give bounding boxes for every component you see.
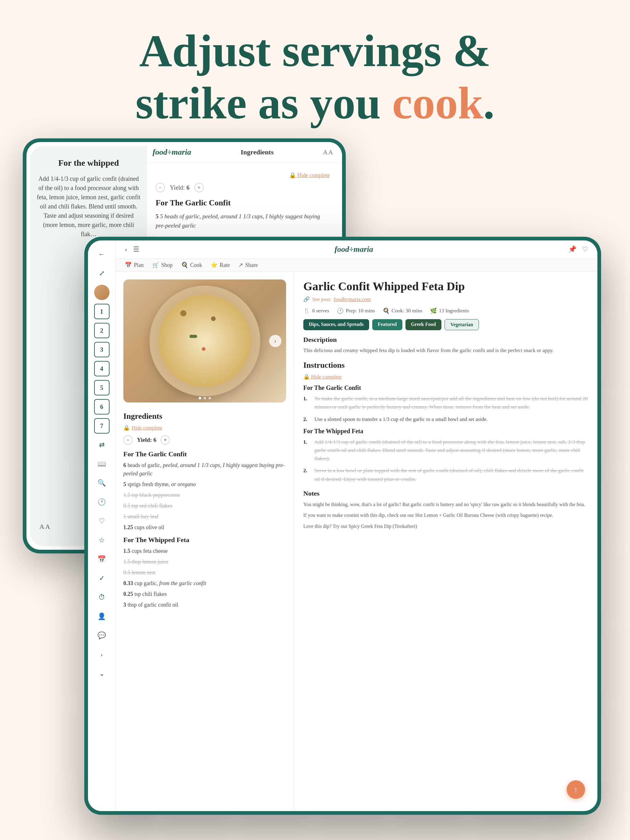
instr-step-2[interactable]: 2. Use a slotted spoon to transfer a 1/3… (303, 415, 588, 423)
hide-complete-icon: 🔒 (123, 425, 130, 431)
top-nav-right: 📌 ♡ (568, 245, 588, 253)
ingr-item-10[interactable]: 0.33 cup garlic, from the garlic confit (123, 579, 286, 587)
sidebar-heart-icon[interactable]: ♡ (94, 513, 109, 529)
sidebar-number-1[interactable]: 1 (94, 304, 109, 319)
sidebar-book-icon[interactable]: 📖 (94, 456, 109, 472)
yield-increase-btn[interactable]: + (161, 435, 170, 445)
ingr-item-4[interactable]: 0.5 tsp red chili flakes (123, 502, 286, 510)
source-link[interactable]: foodbymaria.com (334, 297, 371, 303)
back-tablet-yield-row: − Yield: 6 + (156, 183, 330, 192)
hero-highlight: cook (392, 78, 483, 128)
image-dot-1 (199, 397, 201, 399)
meta-cook: 🍳 Cook: 30 mins (383, 308, 423, 314)
nav-back-button[interactable]: ‹ (125, 245, 127, 253)
back-tablet-font-size: A A (323, 149, 333, 156)
ingr-section-feta-title: For The Whipped Feta (123, 536, 286, 544)
tab-shop[interactable]: 🛒 Shop (152, 262, 173, 268)
cook-time-icon: 🍳 (383, 308, 389, 314)
recipe-content: › Ingredients 🔒 H (116, 272, 597, 811)
hide-complete-link[interactable]: 🔒 Hide complete (123, 425, 286, 431)
back-tablet-yield-decrease[interactable]: − (156, 183, 165, 192)
leaf-icon: 🌿 (430, 308, 437, 314)
sidebar-number-4[interactable]: 4 (94, 361, 109, 376)
sidebar-chat-icon[interactable]: 💬 (94, 628, 109, 643)
tag-vegetarian[interactable]: Vegetarian (445, 319, 479, 330)
meta-prep: 🕐 Prep: 10 mins (337, 308, 375, 314)
hide-complete-label: Hide complete (131, 425, 162, 431)
cook-icon: 🍳 (181, 262, 188, 268)
ingr-item-3[interactable]: 1.5 tsp black peppercorns (123, 491, 286, 499)
sidebar-number-5[interactable]: 5 (94, 380, 109, 395)
instr-step-3[interactable]: 1. Add 1/4-1/3 cup of garlic confit (dra… (303, 438, 588, 463)
ingr-item-7[interactable]: 1.5 cups feta cheese (123, 547, 286, 555)
image-dot-2 (204, 397, 206, 399)
sidebar-expand-btn[interactable]: ⤢ (94, 266, 109, 281)
sidebar-number-7[interactable]: 7 (94, 418, 109, 434)
sidebar-expand-down-icon[interactable]: › (94, 647, 109, 662)
ingredients-header: Ingredients (123, 412, 286, 421)
step-num-1: 1. (303, 395, 311, 411)
ingr-item-11[interactable]: 0.25 tsp chili flakes (123, 590, 286, 598)
yield-label-text: Yield: (137, 437, 152, 443)
nav-pin-icon[interactable]: 📌 (568, 245, 576, 253)
top-nav-logo: food÷maria (334, 245, 373, 254)
ingr-item-6[interactable]: 1.25 cups olive oil (123, 523, 286, 532)
ingr-item-12[interactable]: 3 tbsp of garlic confit oil (123, 601, 286, 609)
nav-heart-icon[interactable]: ♡ (582, 245, 588, 253)
sidebar-back-btn[interactable]: ← (94, 246, 109, 262)
sidebar-star-icon[interactable]: ☆ (94, 532, 109, 548)
tag-dips[interactable]: Dips, Sauces, and Spreads (303, 319, 369, 330)
shop-icon: 🛒 (152, 262, 159, 268)
tab-rate[interactable]: ⭐ Rate (211, 262, 230, 268)
back-tablet-step-title: For the whipped (58, 158, 119, 168)
ingredients-section: Ingredients 🔒 Hide complete − Yield: 6 (123, 409, 286, 615)
tag-featured[interactable]: Featured (372, 319, 402, 330)
back-tablet-yield-increase[interactable]: + (195, 183, 204, 192)
tab-plan[interactable]: 📅 Plan (125, 262, 144, 268)
fab-button[interactable]: ↑ (567, 780, 585, 799)
ingr-item-8[interactable]: 1.5 tbsp lemon juice (123, 558, 286, 566)
ingr-item-9[interactable]: 0.5 lemon zest (123, 568, 286, 577)
back-tablet-ingredient-text: 5 heads of garlic, peeled, around 1 1/3 … (156, 213, 320, 229)
hero-line2: strike as you (135, 78, 392, 128)
tab-share[interactable]: ↗ Share (238, 262, 258, 268)
instr-step-1[interactable]: 1. To make the garlic confit, to a mediu… (303, 395, 588, 411)
ingr-item-1[interactable]: 6 heads of garlic, peeled, around 1 1/3 … (123, 461, 286, 478)
sidebar-number-3[interactable]: 3 (94, 342, 109, 357)
sidebar-number-2[interactable]: 2 (94, 323, 109, 338)
back-tablet-hide-complete[interactable]: 🔒 Hide complete (289, 172, 330, 178)
sidebar-arrows-icon[interactable]: ⇄ (94, 437, 109, 453)
sidebar: ← ⤢ 1 2 3 4 5 6 7 ⇄ 📖 🔍 🕐 ♡ ☆ 📅 ✓ ⏱ 👤 (88, 240, 116, 811)
instr-step-4[interactable]: 2. Serve in a low bowl or plate topped w… (303, 466, 588, 483)
meta-ingredients-count: 🌿 13 Ingredients (430, 308, 469, 314)
back-tablet-logo: food÷maria (153, 148, 192, 157)
sidebar-timer-icon[interactable]: ⏱ (94, 590, 109, 605)
recipe-source[interactable]: 🔗 See post: foodbymaria.com (303, 296, 588, 303)
nav-menu-icon[interactable]: ☰ (133, 245, 139, 253)
ingr-item-5[interactable]: 1 small bay leaf (123, 513, 286, 521)
sidebar-calendar-icon[interactable]: 📅 (94, 552, 109, 567)
recipe-meta: 🍴 6 serves 🕐 Prep: 10 mins 🍳 Cook: 30 mi… (303, 308, 588, 314)
tab-cook[interactable]: 🍳 Cook (181, 262, 202, 268)
instr-feta-title: For The Whipped Feta (303, 428, 588, 435)
instructions-hide-complete[interactable]: 🔒 Hide complete (303, 374, 588, 380)
tag-greek[interactable]: Greek Food (405, 319, 442, 330)
sidebar-person-icon[interactable]: 👤 (94, 609, 109, 624)
ingr-item-2[interactable]: 5 sprigs fresh thyme, or oregano (123, 480, 286, 489)
instructions-header: Instructions (303, 361, 588, 370)
tablets-wrapper: For the whipped Add 1/4-1/3 cup of garli… (23, 138, 607, 815)
back-tablet-ingredient: 5 5 heads of garlic, peeled, around 1 1/… (156, 212, 330, 231)
action-tabs: 📅 Plan 🛒 Shop 🍳 Cook ⭐ Rate (116, 259, 597, 272)
recipe-right-panel: Garlic Confit Whipped Feta Dip 🔗 See pos… (294, 272, 597, 811)
sidebar-checklist-icon[interactable]: ✓ (94, 571, 109, 586)
tab-cook-label: Cook (190, 262, 202, 268)
back-tablet-ingredients-tab: Ingredients (241, 148, 274, 156)
sidebar-bottom-icon[interactable]: ⌄ (94, 666, 109, 681)
link-icon: 🔗 (303, 296, 310, 303)
sidebar-search-icon[interactable]: 🔍 (94, 475, 109, 491)
tab-shop-label: Shop (161, 262, 173, 268)
image-next-arrow[interactable]: › (269, 335, 282, 347)
sidebar-number-6[interactable]: 6 (94, 399, 109, 414)
sidebar-clock-icon[interactable]: 🕐 (94, 494, 109, 510)
yield-decrease-btn[interactable]: − (123, 435, 133, 445)
